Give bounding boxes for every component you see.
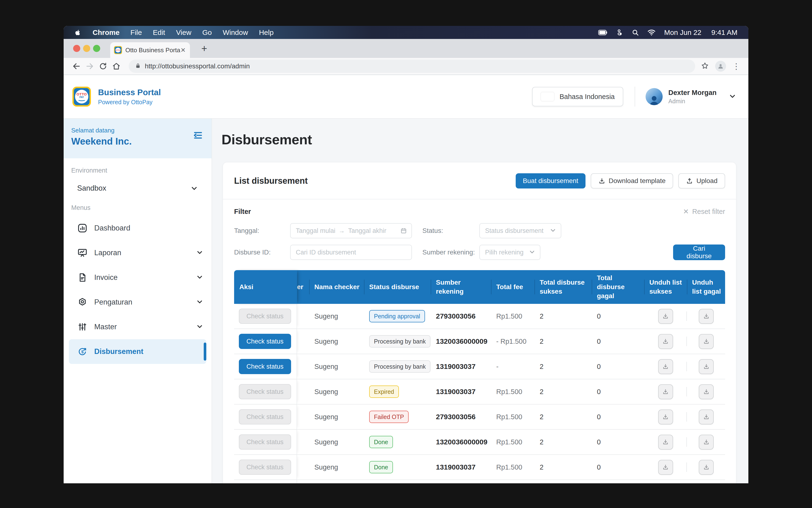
x-icon: ✕	[683, 208, 689, 216]
check-status-button[interactable]: Check status	[239, 359, 291, 374]
brand-subtitle: Powered by OttoPay	[98, 99, 161, 105]
check-status-button[interactable]: Check status	[239, 384, 291, 399]
menubar-item-go[interactable]: Go	[202, 29, 212, 37]
cell-status: Processing by bank	[364, 329, 431, 354]
filter-title: Filter	[234, 208, 251, 216]
status-select[interactable]: Status disbursement	[479, 223, 561, 238]
chevron-down-icon	[549, 227, 557, 235]
user-menu[interactable]: Dexter Morgan Admin	[646, 88, 736, 105]
date-range-input[interactable]: Tanggal mulai → Tanggal akhir	[290, 223, 412, 238]
table-row: Check status Sugeng Done 1319003037 Rp1.…	[234, 455, 725, 480]
reset-filter-button[interactable]: ✕ Reset filter	[683, 208, 725, 216]
download-sukses-button[interactable]	[658, 359, 673, 374]
download-gagal-button[interactable]	[699, 334, 714, 349]
check-status-button[interactable]: Check status	[239, 334, 291, 349]
column-header-nama-maker-partial: er	[297, 270, 309, 304]
tab-close-icon[interactable]: ✕	[180, 47, 186, 53]
page-title: Disbursement	[221, 131, 749, 147]
menubar-date[interactable]: Mon Jun 22	[664, 29, 701, 37]
window-close-button[interactable]	[73, 45, 80, 52]
download-gagal-button[interactable]	[699, 384, 714, 399]
user-name: Dexter Morgan	[668, 89, 717, 97]
bookmark-star-icon[interactable]	[701, 62, 709, 71]
download-sukses-button[interactable]	[658, 384, 673, 399]
menubar-item-window[interactable]: Window	[223, 29, 248, 37]
menubar-item-help[interactable]: Help	[259, 29, 274, 37]
check-status-button[interactable]: Check status	[239, 460, 291, 475]
environment-select[interactable]: Sandbox	[71, 181, 204, 196]
cell-total-fee: Rp1.500	[491, 379, 535, 404]
cell-total-disburse-sukses: 2	[535, 405, 592, 429]
sidebar-item-dashboard[interactable]: Dashboard	[63, 216, 212, 241]
cell-nama-maker-partial	[297, 329, 309, 354]
cell-sumber-rekening: 1319003037	[431, 354, 491, 379]
sidebar-item-disbursement[interactable]: $ Disbursement	[69, 339, 206, 364]
download-icon	[703, 413, 710, 420]
cell-status: Processing by bank	[364, 354, 431, 379]
battery-icon[interactable]	[598, 30, 608, 36]
download-sukses-button[interactable]	[658, 334, 673, 349]
column-header-aksi: Aksi	[234, 270, 297, 304]
cell-unduh-sukses	[644, 430, 687, 454]
download-gagal-button[interactable]	[699, 410, 714, 424]
check-status-button[interactable]: Check status	[239, 409, 291, 424]
download-gagal-button[interactable]	[699, 309, 714, 324]
menubar-item-file[interactable]: File	[130, 29, 142, 37]
download-sukses-button[interactable]	[658, 435, 673, 450]
reload-icon[interactable]	[96, 59, 110, 73]
sumber-rekening-select[interactable]: Pilih rekening	[479, 245, 541, 260]
menubar-item-edit[interactable]: Edit	[153, 29, 165, 37]
sidebar-item-laporan[interactable]: Laporan	[63, 241, 212, 265]
cell-total-disburse-gagal: 0	[592, 430, 644, 454]
window-zoom-button[interactable]	[93, 45, 100, 52]
download-sukses-button[interactable]	[658, 410, 673, 424]
browser-profile-icon[interactable]	[715, 61, 726, 72]
apple-logo-icon[interactable]	[74, 29, 82, 37]
sidebar-item-master[interactable]: Master	[63, 314, 212, 339]
lock-icon[interactable]	[135, 63, 141, 70]
upload-button[interactable]: Upload	[678, 173, 725, 188]
cell-total-disburse-sukses: 2	[535, 304, 592, 329]
download-sukses-button[interactable]	[658, 460, 673, 475]
table-row-partial	[234, 480, 725, 483]
cari-disburse-button[interactable]: Cari disburse	[673, 245, 725, 260]
download-icon	[703, 464, 710, 471]
spotlight-search-icon[interactable]	[632, 29, 639, 36]
browser-tab[interactable]: OTTO Otto Business Portal ✕	[110, 42, 190, 58]
download-template-button[interactable]: Download template	[591, 173, 673, 188]
cell-unduh-gagal	[687, 354, 726, 379]
buat-disbursement-button[interactable]: Buat disbursement	[516, 173, 585, 188]
address-bar[interactable]: http://ottobusinessportal.com/admin	[129, 59, 695, 73]
new-tab-button[interactable]: +	[201, 44, 207, 54]
table-row: Check status Sugeng Pending approval 279…	[234, 304, 725, 329]
download-sukses-button[interactable]	[658, 309, 673, 324]
wifi-icon[interactable]	[647, 29, 655, 36]
menubar-item-chrome[interactable]: Chrome	[93, 29, 119, 37]
check-status-button[interactable]: Check status	[239, 434, 291, 450]
chevron-down-icon[interactable]	[728, 92, 736, 101]
menubar-item-view[interactable]: View	[176, 29, 191, 37]
download-gagal-button[interactable]	[699, 460, 714, 475]
home-icon[interactable]	[110, 59, 123, 73]
disburse-id-input[interactable]	[290, 245, 412, 260]
check-status-button[interactable]: Check status	[239, 309, 291, 324]
forward-icon[interactable]	[83, 59, 96, 73]
language-selector[interactable]: Bahasa Indonesia	[532, 87, 623, 107]
back-icon[interactable]	[70, 59, 83, 73]
browser-menu-icon[interactable]: ⋮	[732, 62, 740, 70]
download-gagal-button[interactable]	[699, 359, 714, 374]
sidebar-item-invoice[interactable]: Invoice	[63, 265, 212, 290]
control-center-icon[interactable]	[616, 29, 623, 36]
column-header-total-disburse-sukses: Total disburse sukses	[535, 270, 592, 304]
upload-icon	[686, 177, 693, 184]
download-gagal-button[interactable]	[699, 435, 714, 450]
sidebar-item-pengaturan[interactable]: Pengaturan	[63, 290, 212, 314]
sidebar-collapse-icon[interactable]	[192, 130, 204, 141]
column-header-unduh-list-gagal: Unduh list gagal	[687, 270, 726, 304]
app-header: OTTO PAY Business Portal Powered by Otto…	[63, 75, 749, 119]
window-minimize-button[interactable]	[83, 45, 90, 52]
cell-sumber-rekening: 1319003037	[431, 379, 491, 404]
menubar-clock[interactable]: 9:41 AM	[711, 29, 737, 37]
table-body: Check status Sugeng Pending approval 279…	[234, 304, 725, 480]
mac-screen: Chrome File Edit View Go Window Help Mon…	[63, 26, 749, 483]
